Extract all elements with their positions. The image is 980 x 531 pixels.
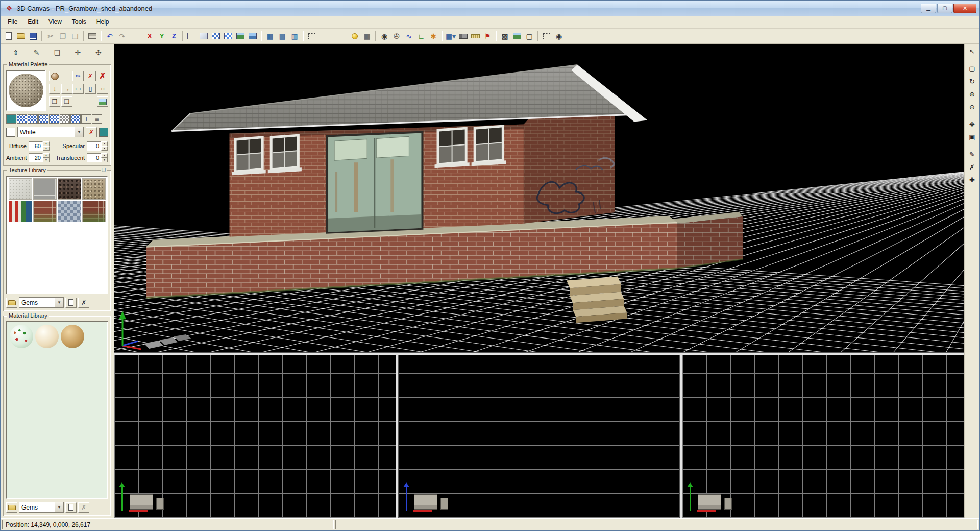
slot-5[interactable] — [60, 114, 70, 124]
shed-model[interactable] — [146, 65, 743, 323]
slot-6[interactable] — [70, 114, 81, 124]
texture-library-pin-button[interactable]: ❐ — [101, 167, 107, 173]
delete-material-button[interactable]: ✗ — [97, 71, 108, 81]
material-marble-cream[interactable] — [35, 325, 59, 348]
erase-tool-button[interactable]: ✗ — [966, 161, 978, 173]
image-button[interactable] — [511, 31, 523, 42]
specular-down-button[interactable]: ▼ — [101, 146, 108, 151]
maximize-button[interactable]: ▢ — [937, 4, 952, 13]
view-flat-shaded-button[interactable] — [210, 31, 222, 42]
ruler-button[interactable] — [469, 31, 481, 42]
menu-file[interactable]: File — [3, 17, 22, 27]
zoom-out-tool-button[interactable]: ⊖ — [966, 101, 978, 112]
specular-up-button[interactable]: ▲ — [101, 141, 108, 146]
view-smooth-shaded-button[interactable] — [222, 31, 234, 42]
translucent-spinner[interactable]: 0 ▲ ▼ — [87, 153, 110, 162]
map-sphere-button[interactable]: ○ — [97, 84, 108, 94]
menu-tools[interactable]: Tools — [67, 17, 91, 27]
texture-gravel[interactable] — [83, 179, 105, 199]
menu-help[interactable]: Help — [91, 17, 114, 27]
diffuse-up-button[interactable]: ▲ — [43, 141, 50, 146]
slot-2[interactable] — [28, 114, 38, 124]
diffuse-down-button[interactable]: ▼ — [43, 146, 50, 151]
teal-swatch[interactable] — [99, 128, 108, 137]
copy-button[interactable]: ❐ — [57, 31, 69, 42]
material-collection-dropdown[interactable]: Gems ▼ — [19, 502, 64, 513]
texture-image-button[interactable] — [97, 96, 108, 107]
ambient-value[interactable]: 20 — [29, 153, 43, 162]
marquee-tool-button[interactable]: ▢ — [966, 63, 978, 74]
map-plane-button[interactable]: ▭ — [72, 84, 84, 94]
cut-button[interactable]: ✂ — [44, 31, 57, 42]
view-hidden-line-button[interactable] — [198, 31, 210, 42]
translucent-down-button[interactable]: ▼ — [101, 158, 108, 162]
slot-3[interactable] — [38, 114, 48, 124]
undo-button[interactable]: ↶ — [104, 31, 116, 42]
menu-edit[interactable]: Edit — [22, 17, 43, 27]
move-down-button[interactable]: ↓ — [49, 84, 60, 94]
snap-grid-button[interactable]: ▦▾ — [445, 31, 457, 42]
select-tool-button[interactable]: ↖ — [966, 45, 978, 57]
box-tool-button[interactable]: ▣ — [966, 131, 978, 142]
delete-texture-button[interactable]: ✗ — [78, 298, 89, 308]
texture-striped-pole[interactable] — [9, 201, 32, 222]
texture-cobble-blue[interactable] — [58, 201, 81, 222]
slot-color[interactable] — [6, 114, 16, 124]
diffuse-value[interactable]: 60 — [29, 141, 43, 151]
navigate-button[interactable]: ⇕ — [9, 46, 22, 59]
camera2-button[interactable]: ◉ — [553, 31, 565, 42]
model-bounds[interactable] — [698, 494, 721, 510]
slot-tools[interactable]: ✛ — [81, 114, 91, 124]
remove-color-button[interactable]: ✗ — [86, 127, 97, 137]
ortho-viewport-front[interactable] — [114, 355, 396, 518]
model-bounds-small[interactable] — [440, 498, 448, 510]
path-button[interactable]: ∿ — [403, 31, 415, 42]
slot-film[interactable]: ≣ — [92, 114, 102, 124]
material-preview[interactable] — [6, 70, 46, 111]
paste-button[interactable]: ❑ — [69, 31, 81, 42]
dark-grid-button[interactable]: ▩ — [499, 31, 511, 42]
view-wireframe-button[interactable] — [185, 31, 198, 42]
material-list[interactable] — [6, 321, 108, 499]
render-button[interactable] — [349, 31, 361, 42]
chevron-down-icon[interactable]: ▼ — [55, 502, 63, 512]
new-material-button[interactable] — [65, 502, 77, 513]
model-bounds-small[interactable] — [724, 498, 732, 510]
close-button[interactable]: ✕ — [953, 4, 976, 13]
grid-yz-button[interactable]: ▥ — [288, 31, 301, 42]
texture-brick-moss[interactable] — [34, 201, 56, 222]
open-file-button[interactable] — [15, 31, 27, 42]
draw-tool-button[interactable]: ✎ — [966, 149, 978, 160]
texture-concrete-light[interactable] — [9, 179, 32, 199]
new-texture-button[interactable] — [65, 298, 77, 308]
axis-x-button[interactable]: X — [143, 31, 156, 42]
slot-1[interactable] — [17, 114, 27, 124]
ambient-up-button[interactable]: ▲ — [43, 153, 50, 158]
grid-xz-button[interactable]: ▦ — [264, 31, 276, 42]
region-select-button[interactable] — [306, 31, 318, 42]
box-button[interactable]: ▢ — [523, 31, 535, 42]
material-sphere-button[interactable] — [49, 71, 60, 81]
zoom-in-tool-button[interactable]: ⊕ — [966, 88, 978, 100]
grid-xy-button[interactable]: ▤ — [276, 31, 288, 42]
texture-list[interactable] — [6, 176, 108, 294]
save-file-button[interactable] — [27, 31, 39, 42]
ortho-viewport-side[interactable] — [682, 355, 964, 518]
chevron-down-icon[interactable]: ▼ — [75, 127, 83, 137]
camera-button[interactable]: ◉ — [378, 31, 390, 42]
redo-button[interactable]: ↷ — [116, 31, 128, 42]
wire-box-button[interactable] — [541, 31, 553, 42]
translucent-value[interactable]: 0 — [87, 153, 101, 162]
title-bar[interactable]: ❖ 3D Canvas - PR_Grambow_shed_abandoned … — [1, 1, 979, 16]
open-material-collection-button[interactable] — [6, 502, 17, 513]
diffuse-spinner[interactable]: 60 ▲ ▼ — [29, 141, 52, 151]
axis-y-button[interactable]: Y — [156, 31, 168, 42]
axes-button[interactable]: ∟ — [415, 31, 427, 42]
animation-button[interactable]: ✇ — [390, 31, 403, 42]
white-swatch[interactable] — [6, 128, 15, 137]
translucent-up-button[interactable]: ▲ — [101, 153, 108, 158]
minimize-button[interactable]: ▁ — [921, 4, 936, 13]
view-textured-button[interactable] — [234, 31, 247, 42]
apply-material-button[interactable]: ✑ — [72, 71, 84, 81]
vehicle-button[interactable] — [457, 31, 469, 42]
